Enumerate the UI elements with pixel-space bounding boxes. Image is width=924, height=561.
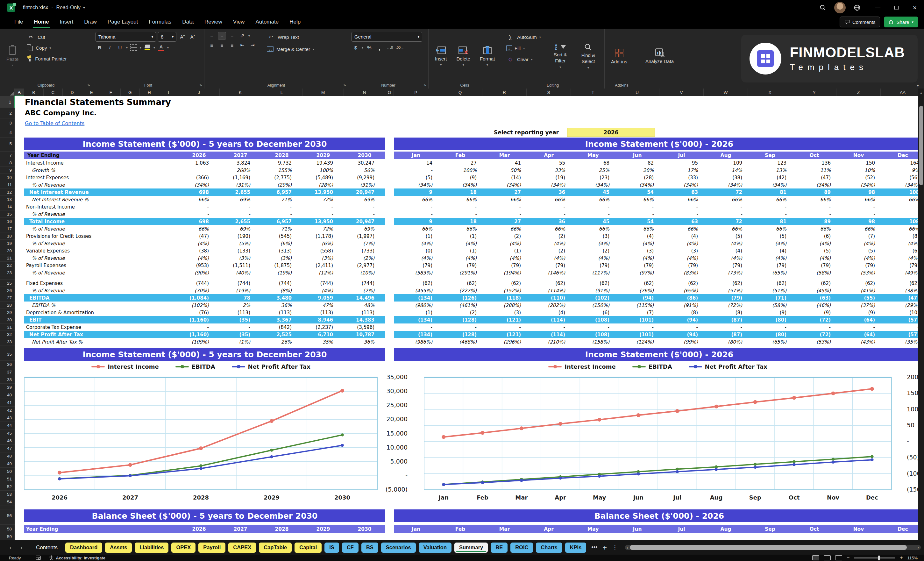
cell[interactable]: - <box>792 324 837 331</box>
cell[interactable]: (2%) <box>344 287 385 294</box>
cell[interactable]: 2% <box>220 302 261 309</box>
cell[interactable]: (79) <box>704 294 748 302</box>
cell[interactable]: 66% <box>659 196 704 203</box>
cell[interactable]: 26% <box>261 338 303 345</box>
cell[interactable]: (58%) <box>792 269 837 276</box>
cell[interactable]: 14% <box>704 166 748 174</box>
table-row[interactable]: ------------ <box>394 203 918 210</box>
sheet-tab-captable[interactable]: CapTable <box>259 543 292 553</box>
cell[interactable]: (5,489) <box>303 174 344 181</box>
sheet-tab-charts[interactable]: Charts <box>536 543 562 553</box>
row-header-48[interactable]: 48 <box>0 452 15 460</box>
cell[interactable]: (8) <box>704 309 748 316</box>
cell[interactable]: (2,411) <box>303 262 344 269</box>
align-top-icon[interactable]: ≡ <box>208 32 216 39</box>
row-header-28[interactable]: 28 <box>0 302 15 309</box>
cell[interactable]: (94) <box>659 331 704 338</box>
table-row[interactable]: Net Profit After Tax %(109%)(1%)26%35%36… <box>24 338 385 345</box>
cell[interactable]: (134) <box>394 316 438 324</box>
cell[interactable]: (57%) <box>704 287 748 294</box>
table-row[interactable]: (134)(128)(121)(114)(108)(101)(94)(87)(8… <box>394 331 918 338</box>
cell[interactable]: (3,596) <box>344 324 385 331</box>
cell[interactable]: (31%) <box>220 181 261 189</box>
align-right-icon[interactable]: ≡ <box>228 41 236 49</box>
cell[interactable]: 72 <box>704 218 748 225</box>
cell[interactable]: - <box>438 203 482 210</box>
cell[interactable] <box>881 276 918 279</box>
cell[interactable]: (2) <box>438 309 482 316</box>
cell[interactable]: (8) <box>659 309 704 316</box>
table-row[interactable]: (455%)(227%)(152%)(114%)(91%)(76%)(65%)(… <box>394 287 918 294</box>
cell[interactable]: - <box>394 210 438 218</box>
hscroll-thumb[interactable] <box>630 545 907 550</box>
cell[interactable]: (150%) <box>571 302 615 309</box>
cell[interactable]: (80%) <box>704 338 748 345</box>
vscroll-thumb[interactable] <box>919 106 923 185</box>
table-row[interactable]: Fixed Expenses(744)(744)(744)(744)(744) <box>24 279 385 287</box>
cell[interactable]: 66% <box>837 225 881 232</box>
cell[interactable]: 55 <box>526 159 571 166</box>
cell[interactable]: (62) <box>394 279 438 287</box>
cell[interactable]: (4) <box>659 232 704 240</box>
vertical-scrollbar[interactable]: ▲ <box>918 88 924 540</box>
menu-tab-page-layout[interactable]: Page Layout <box>103 17 142 27</box>
cell[interactable]: (35%) <box>881 338 918 345</box>
cell[interactable]: 3,480 <box>261 294 303 302</box>
cell[interactable]: (4%) <box>704 254 748 262</box>
row-header-23[interactable]: 23 <box>0 269 15 276</box>
table-row[interactable]: Total Income6982,6556,95713,95020,947 <box>24 218 385 225</box>
cell[interactable]: (19) <box>526 174 571 181</box>
row-header-24[interactable] <box>0 276 15 279</box>
cell[interactable]: 66% <box>704 225 748 232</box>
cell[interactable]: (128) <box>438 316 482 324</box>
cell[interactable]: (56) <box>881 174 918 181</box>
table-row[interactable]: (34%)(34%)(34%)(34%)(34%)(34%)(34%)(34%)… <box>394 181 918 189</box>
column-header-Z[interactable]: Z <box>837 88 881 96</box>
cell[interactable]: 100% <box>303 166 344 174</box>
close-button[interactable]: ✕ <box>906 1 924 14</box>
row-header-1[interactable]: 1 <box>0 96 15 108</box>
cell[interactable]: (87) <box>704 331 748 338</box>
cell[interactable]: (90%) <box>178 269 220 276</box>
cell[interactable]: 698 <box>178 189 220 196</box>
table-row[interactable]: % of Revenue(4%)(5%)(6%)(6%)(7%) <box>24 240 385 247</box>
cell[interactable]: (4%) <box>482 240 526 247</box>
column-header-C[interactable]: C <box>44 88 63 96</box>
cell[interactable]: (79) <box>482 262 526 269</box>
cell[interactable]: (2) <box>482 232 526 240</box>
cell[interactable]: 98 <box>837 218 881 225</box>
column-header-N[interactable]: N <box>344 88 385 96</box>
cell[interactable]: (91%) <box>571 287 615 294</box>
table-row[interactable]: Net Profit After Tax(1,160)(35)2,5256,71… <box>24 331 385 338</box>
cell[interactable]: (4%) <box>571 240 615 247</box>
row-header-43[interactable]: 43 <box>0 414 15 422</box>
cell[interactable]: 1,063 <box>178 159 220 166</box>
increase-decimal-icon[interactable]: ←.0 <box>386 44 394 51</box>
cell[interactable]: (7) <box>837 232 881 240</box>
cell[interactable]: (51%) <box>748 287 792 294</box>
percent-icon[interactable]: % <box>365 44 374 51</box>
column-Dec[interactable]: Dec <box>881 152 918 159</box>
cell[interactable]: (455%) <box>394 287 438 294</box>
cell[interactable]: 47% <box>303 302 344 309</box>
row-header-54[interactable]: 54 <box>0 498 15 506</box>
copy-button[interactable]: Copy▾ <box>25 43 69 53</box>
cell[interactable]: - <box>394 166 438 174</box>
cell[interactable]: 2,655 <box>220 218 261 225</box>
row-header-44[interactable]: 44 <box>0 422 15 429</box>
italic-button[interactable]: I <box>106 44 114 51</box>
column-2030[interactable]: 2030 <box>344 152 385 159</box>
table-row[interactable] <box>394 276 918 279</box>
cell[interactable]: (202%) <box>526 302 571 309</box>
column-2026[interactable]: 2026 <box>178 525 220 533</box>
cell[interactable]: (8) <box>881 232 918 240</box>
cell[interactable]: (4%) <box>881 240 918 247</box>
row-header-51[interactable]: 51 <box>0 476 15 483</box>
cell[interactable]: 260% <box>220 166 261 174</box>
font-name-select[interactable]: Tahoma▾ <box>96 32 156 42</box>
cell[interactable]: 50% <box>482 166 526 174</box>
row-header-3[interactable]: 3 <box>0 118 15 128</box>
row-header-14[interactable]: 14 <box>0 203 15 210</box>
cell[interactable]: 71% <box>261 196 303 203</box>
cell[interactable]: (3%) <box>303 254 344 262</box>
